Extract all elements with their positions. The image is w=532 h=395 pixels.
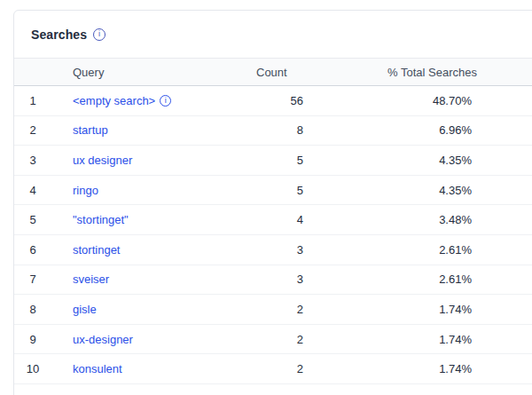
query-link[interactable]: konsulent bbox=[73, 362, 122, 375]
rank-cell: 8 bbox=[14, 303, 59, 316]
column-header-percent-total: % Total Searches bbox=[308, 66, 476, 79]
count-cell: 5 bbox=[248, 184, 308, 197]
query-link[interactable]: startup bbox=[73, 123, 108, 137]
count-cell: 3 bbox=[248, 243, 308, 257]
count-cell: 56 bbox=[248, 94, 308, 107]
searches-card: Searches Query Count % Total Searches 1<… bbox=[13, 10, 532, 395]
info-circle-icon[interactable] bbox=[160, 95, 171, 107]
table-row: 8gisle21.74% bbox=[14, 295, 532, 325]
rank-cell: 5 bbox=[14, 213, 59, 226]
query-link[interactable]: sveiser bbox=[73, 273, 109, 286]
table-row: 3ux designer54.35% bbox=[14, 146, 532, 176]
rank-cell: 1 bbox=[14, 94, 59, 107]
query-link[interactable]: ux designer bbox=[73, 154, 132, 167]
rank-cell: 9 bbox=[14, 333, 59, 346]
query-link[interactable]: ux-designer bbox=[73, 333, 133, 346]
percent-cell: 6.96% bbox=[308, 123, 476, 137]
count-cell: 2 bbox=[248, 303, 308, 316]
table-row: 1<empty search>5648.70% bbox=[14, 86, 532, 116]
rank-cell: 7 bbox=[14, 273, 59, 286]
query-link[interactable]: stortinget bbox=[73, 243, 120, 257]
table-row: 4ringo54.35% bbox=[14, 176, 532, 206]
query-cell: ux designer bbox=[59, 154, 248, 167]
query-cell: stortinget bbox=[59, 243, 248, 257]
count-cell: 3 bbox=[248, 273, 308, 286]
count-cell: 2 bbox=[248, 333, 308, 346]
query-link[interactable]: gisle bbox=[73, 303, 97, 316]
card-title: Searches bbox=[31, 28, 87, 42]
query-cell: "stortinget" bbox=[59, 213, 248, 226]
card-header: Searches bbox=[14, 11, 532, 58]
query-cell: ux-designer bbox=[59, 333, 248, 346]
percent-cell: 4.35% bbox=[308, 154, 476, 167]
column-header-query: Query bbox=[59, 66, 248, 79]
table-row: 9ux-designer21.74% bbox=[14, 325, 532, 355]
query-link[interactable]: ringo bbox=[73, 184, 98, 197]
count-cell: 4 bbox=[248, 213, 308, 226]
table-header-row: Query Count % Total Searches bbox=[14, 58, 532, 86]
percent-cell: 3.48% bbox=[308, 213, 476, 226]
table-body: 1<empty search>5648.70%2startup86.96%3ux… bbox=[14, 86, 532, 384]
query-cell: startup bbox=[59, 123, 248, 137]
query-cell: gisle bbox=[59, 303, 248, 316]
rank-cell: 4 bbox=[14, 184, 59, 197]
percent-cell: 1.74% bbox=[308, 362, 476, 375]
rank-cell: 6 bbox=[14, 243, 59, 257]
rank-cell: 3 bbox=[14, 154, 59, 167]
rank-cell: 2 bbox=[14, 123, 59, 137]
table-row: 10konsulent21.74% bbox=[14, 354, 532, 384]
info-circle-icon[interactable] bbox=[93, 28, 106, 41]
table-row: 2startup86.96% bbox=[14, 116, 532, 146]
table-row: 5"stortinget"43.48% bbox=[14, 205, 532, 235]
query-link[interactable]: "stortinget" bbox=[73, 213, 129, 226]
count-cell: 5 bbox=[248, 154, 308, 167]
query-cell: konsulent bbox=[59, 362, 248, 375]
query-cell: ringo bbox=[59, 184, 248, 197]
percent-cell: 48.70% bbox=[308, 94, 476, 107]
table-row: 6stortinget32.61% bbox=[14, 235, 532, 265]
percent-cell: 1.74% bbox=[308, 303, 476, 316]
rank-cell: 10 bbox=[14, 362, 59, 375]
query-cell: sveiser bbox=[59, 273, 248, 286]
query-cell: <empty search> bbox=[59, 94, 248, 107]
count-cell: 8 bbox=[248, 123, 308, 137]
table-row: 7sveiser32.61% bbox=[14, 265, 532, 296]
count-cell: 2 bbox=[248, 362, 308, 375]
column-header-count: Count bbox=[248, 66, 308, 79]
percent-cell: 4.35% bbox=[308, 184, 476, 197]
percent-cell: 1.74% bbox=[308, 333, 476, 346]
percent-cell: 2.61% bbox=[308, 243, 476, 257]
query-link[interactable]: <empty search> bbox=[73, 94, 155, 107]
percent-cell: 2.61% bbox=[308, 273, 476, 286]
